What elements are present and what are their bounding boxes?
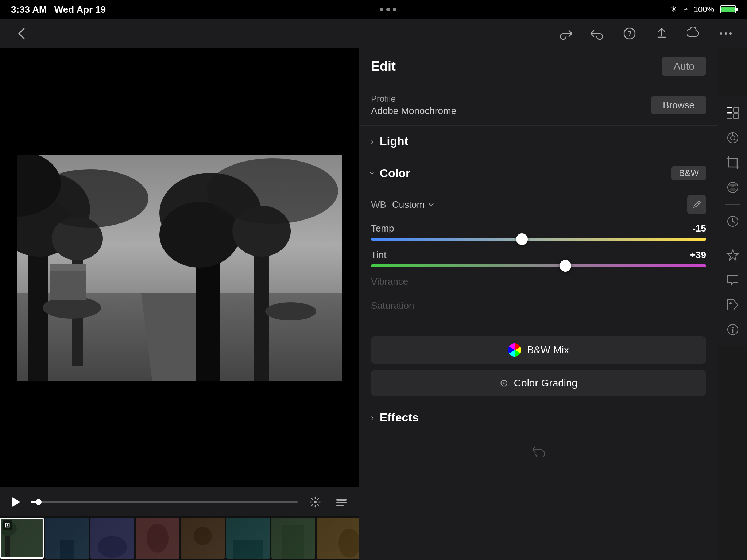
photo-svg <box>17 155 342 381</box>
light-section-title: Light <box>380 135 706 148</box>
wb-select[interactable]: Custom <box>392 199 435 210</box>
status-right: ☀ ⌿ 100% <box>670 5 736 14</box>
playback-icons <box>305 492 352 512</box>
vibrance-track <box>371 291 706 291</box>
battery-icon <box>720 5 736 13</box>
healing-icon-btn[interactable] <box>722 127 744 149</box>
dot-3 <box>393 8 396 11</box>
bwmix-button[interactable]: B&W Mix <box>371 336 706 364</box>
svg-rect-50 <box>734 107 739 112</box>
color-grading-button[interactable]: ⊙ Color Grading <box>371 370 706 396</box>
temp-slider-row: Temp -15 <box>371 223 706 241</box>
progress-thumb[interactable] <box>36 499 42 505</box>
dot-2 <box>386 8 390 11</box>
crop-icon-btn[interactable] <box>722 152 744 174</box>
color-grading-icon: ⊙ <box>500 377 508 389</box>
bottom-undo <box>359 433 718 466</box>
comment-icon-btn[interactable] <box>722 269 744 291</box>
svg-point-23 <box>265 302 316 320</box>
selective-icon-btn[interactable] <box>722 176 744 198</box>
time: 3:33 AM <box>11 4 47 15</box>
svg-point-3 <box>725 32 727 35</box>
filmstrip: ⊞ <box>0 516 359 560</box>
film-item-5[interactable] <box>181 518 225 559</box>
saturation-label: Saturation <box>371 300 414 311</box>
saturation-slider-header: Saturation <box>371 300 706 311</box>
svg-point-41 <box>194 527 212 545</box>
play-button[interactable] <box>7 494 23 510</box>
battery-percent: 100% <box>694 5 714 14</box>
effects-chevron: › <box>371 413 374 423</box>
photo-viewer <box>0 48 359 487</box>
photo-image <box>17 155 342 381</box>
tint-label: Tint <box>371 249 386 261</box>
color-section-title: Color <box>380 167 671 180</box>
svg-rect-51 <box>727 114 732 119</box>
film-item-3[interactable] <box>90 518 134 559</box>
star-icon-btn[interactable] <box>722 244 744 266</box>
undo-button[interactable] <box>587 23 608 44</box>
eyedropper-button[interactable] <box>687 195 706 214</box>
temp-track[interactable] <box>371 238 706 241</box>
right-panel: Edit Auto Profile Adobe Monochrome Brows… <box>359 48 718 560</box>
edit-header: Edit Auto <box>359 48 718 85</box>
metadata-button[interactable] <box>331 492 352 512</box>
settings-button[interactable] <box>305 492 325 512</box>
playback-bar <box>0 487 359 516</box>
film-item-2[interactable] <box>45 518 89 559</box>
tint-slider-header: Tint +39 <box>371 249 706 261</box>
tint-value: +39 <box>690 249 706 261</box>
color-grading-label: Color Grading <box>514 377 577 389</box>
svg-point-54 <box>731 136 735 140</box>
bwmix-label: B&W Mix <box>527 344 569 356</box>
svg-rect-49 <box>727 107 732 112</box>
vibrance-label: Vibrance <box>371 276 408 287</box>
browse-button[interactable]: Browse <box>651 96 706 114</box>
redo-button[interactable] <box>555 23 576 44</box>
top-toolbar: ? <box>0 19 747 48</box>
profile-label: Profile <box>371 94 456 104</box>
film-item-1[interactable]: ⊞ <box>0 518 44 559</box>
dot-1 <box>380 8 383 11</box>
info-icon-btn[interactable] <box>722 319 744 341</box>
divider-1 <box>725 204 740 205</box>
film-item-8[interactable] <box>317 518 359 559</box>
effects-section-header[interactable]: › Effects <box>359 402 718 433</box>
bwmix-icon <box>508 343 521 357</box>
tag-icon-btn[interactable] <box>722 294 744 316</box>
tint-thumb[interactable] <box>560 260 571 272</box>
back-button[interactable] <box>11 23 31 44</box>
svg-point-37 <box>98 536 127 558</box>
brightness-icon: ☀ <box>670 5 677 14</box>
edit-title: Edit <box>371 59 396 74</box>
color-section-header[interactable]: › Color B&W <box>359 157 718 189</box>
temp-thumb[interactable] <box>516 233 528 245</box>
status-left: 3:33 AM Wed Apr 19 <box>11 4 106 15</box>
color-chevron: › <box>367 172 378 175</box>
presets-icon-btn[interactable] <box>722 102 744 124</box>
tint-track[interactable] <box>371 264 706 267</box>
progress-track[interactable] <box>31 501 298 503</box>
history-icon-btn[interactable] <box>722 210 744 232</box>
wb-label: WB <box>371 199 386 210</box>
wb-value: Custom <box>392 199 425 210</box>
vibrance-slider-row: Vibrance <box>371 276 706 291</box>
light-chevron: › <box>371 136 374 147</box>
film-item-6[interactable] <box>226 518 270 559</box>
bw-badge: B&W <box>671 166 706 180</box>
film-item-4[interactable] <box>136 518 179 559</box>
svg-point-39 <box>147 524 169 553</box>
film-item-7[interactable] <box>271 518 315 559</box>
wifi-icon: ⌿ <box>683 5 688 14</box>
svg-rect-28 <box>336 499 347 501</box>
more-button[interactable] <box>716 23 736 44</box>
svg-point-61 <box>732 327 734 328</box>
profile-info: Profile Adobe Monochrome <box>371 94 456 117</box>
svg-point-2 <box>720 32 722 35</box>
light-section-header[interactable]: › Light <box>359 126 718 157</box>
help-button[interactable]: ? <box>619 23 640 44</box>
tint-slider-row: Tint +39 <box>371 249 706 267</box>
share-button[interactable] <box>651 23 672 44</box>
auto-button[interactable]: Auto <box>662 57 706 76</box>
cloud-button[interactable] <box>684 23 704 44</box>
